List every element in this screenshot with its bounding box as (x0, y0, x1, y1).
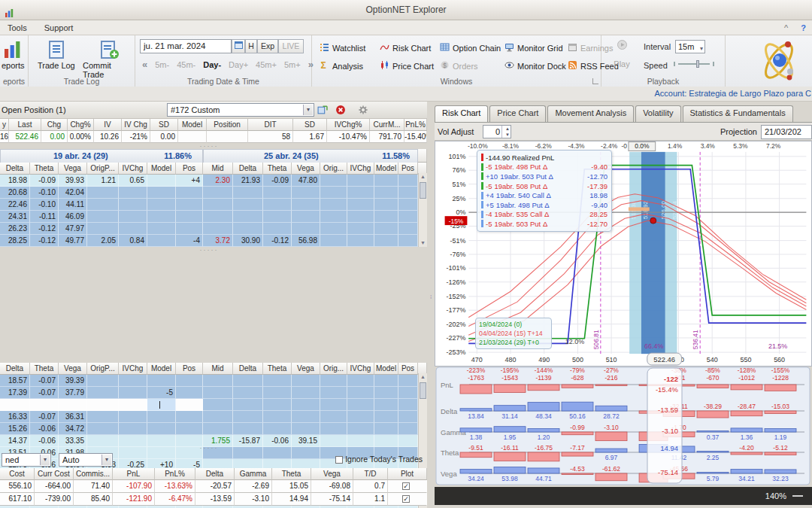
window-button-price-chart[interactable]: Price Chart (380, 58, 440, 74)
tab-risk-chart[interactable]: Risk Chart (435, 105, 488, 122)
column-header[interactable]: OrigP... (87, 363, 119, 375)
play-button[interactable]: Play (612, 40, 632, 68)
column-header[interactable]: DIT (248, 119, 293, 131)
hours-button[interactable]: H (245, 39, 257, 53)
tab-movement-analysis[interactable]: Movement Analysis (547, 105, 634, 122)
column-header[interactable]: IVChg (119, 363, 147, 375)
option-row[interactable]: 24.31-0.1146.09 (0, 211, 427, 223)
splitter-handle[interactable]: ····· (0, 248, 418, 254)
option-row[interactable]: 17.39-0.0737.79-5 (0, 387, 427, 399)
prev-step-icon[interactable]: « (142, 59, 147, 70)
step-button-45m-[interactable]: 45m- (177, 60, 195, 69)
option-row[interactable]: 18.98-0.0939.931.210.65+42.3021.93-0.094… (0, 175, 427, 187)
column-header[interactable]: Vega (59, 163, 87, 175)
window-button-watchlist[interactable]: Watchlist (320, 40, 380, 56)
reports-button[interactable]: eports (2, 40, 25, 70)
column-header[interactable]: CurrM... (370, 119, 404, 131)
vol-adjust-spinner[interactable]: 0▲▼ (483, 125, 511, 138)
column-header[interactable]: Theta (263, 163, 292, 175)
column-header[interactable]: Model (374, 363, 398, 375)
column-header[interactable]: Vega (292, 363, 320, 375)
option-row[interactable]: 20.68-0.1042.04 (0, 187, 427, 199)
window-button-risk-chart[interactable]: Risk Chart (380, 40, 440, 56)
interval-select[interactable]: 15m▾ (675, 40, 705, 53)
option-row[interactable]: 18.57-0.0739.39 (0, 375, 427, 387)
column-header[interactable]: Pos (398, 163, 418, 175)
column-header[interactable]: Model (147, 363, 176, 375)
settings-gear-icon[interactable] (358, 105, 368, 115)
column-header[interactable]: Chg (41, 119, 68, 131)
column-header[interactable]: SD (150, 119, 178, 131)
tab-statistics-fundamentals[interactable]: Statistics & Fundamentals (683, 105, 793, 122)
column-header[interactable]: Pos (176, 163, 203, 175)
column-header[interactable]: Vega (311, 468, 353, 480)
window-button-orders[interactable]: $Orders (440, 58, 504, 74)
step-button-5m-[interactable]: 5m- (155, 60, 169, 69)
column-header[interactable]: IVChg% (327, 119, 370, 131)
option-row[interactable]: 26.23-0.1247.97 (0, 223, 427, 235)
vertical-scrollbar[interactable]: ▲▼ (418, 173, 427, 247)
column-header[interactable]: Delta (195, 468, 235, 480)
column-header[interactable]: OrigP... (87, 163, 119, 175)
column-header[interactable]: Curr Cost (35, 468, 74, 480)
window-button-monitor-dock[interactable]: Monitor Dock (504, 58, 568, 74)
column-header[interactable]: Delta (0, 363, 30, 375)
column-header[interactable]: T/D (353, 468, 388, 480)
option-row[interactable]: 22.46-0.1044.11 (0, 199, 427, 211)
window-button-option-chain[interactable]: Option Chain (440, 40, 504, 56)
speed-slider[interactable] (674, 59, 717, 69)
column-header[interactable]: Vega (292, 163, 320, 175)
column-header[interactable]: Theta (30, 363, 59, 375)
plot-checkbox[interactable]: ✓ (402, 482, 410, 490)
column-header[interactable]: Cost (0, 468, 35, 480)
column-header[interactable]: Theta (263, 363, 292, 375)
expiry-right[interactable]: 25 abr. 24 (35)11.58% (203, 149, 418, 163)
close-position-icon[interactable] (335, 105, 346, 115)
column-header[interactable]: Mid (203, 163, 233, 175)
position-selector[interactable]: #172 Custom▾ (167, 103, 314, 117)
exp-button[interactable]: Exp (257, 39, 278, 53)
option-row[interactable]: 15.26-0.0634.72 (0, 423, 427, 435)
column-header[interactable]: Orig... (320, 363, 347, 375)
ribbon-collapse-icon[interactable]: ^ (784, 20, 788, 35)
column-header[interactable]: Gamma (235, 468, 272, 480)
column-header[interactable]: Plot (388, 468, 427, 480)
column-header[interactable]: Last (9, 119, 41, 131)
option-row[interactable]: 16.33-0.0736.31 (0, 411, 427, 423)
column-header[interactable]: PnL% (404, 119, 427, 131)
column-header[interactable]: IVChg (119, 163, 147, 175)
menu-tools[interactable]: Tools (0, 20, 35, 35)
column-header[interactable]: Chg% (68, 119, 94, 131)
commit-trade-button[interactable]: Commit Trade (83, 40, 135, 79)
step-button-Day+[interactable]: Day+ (229, 60, 248, 69)
column-header[interactable]: Theta (272, 468, 311, 480)
column-header[interactable]: Vega (59, 363, 87, 375)
calendar-button[interactable] (232, 39, 245, 53)
view-mode-select[interactable]: ned▾ (2, 453, 51, 467)
plot-checkbox[interactable]: ✓ (402, 495, 410, 503)
projection-date-input[interactable]: 21/03/202 (761, 125, 812, 139)
column-header[interactable]: Orig... (320, 163, 347, 175)
tab-volatility[interactable]: Volatility (635, 105, 680, 122)
trading-date-input[interactable]: ju. 21 mar. 2024 (140, 39, 232, 53)
auto-select[interactable]: Auto▾ (59, 453, 113, 467)
trade-log-button[interactable]: Trade Log (38, 40, 75, 70)
step-button-Day-[interactable]: Day- (203, 60, 221, 69)
column-header[interactable]: PnL% (155, 468, 195, 480)
column-header[interactable]: Model (374, 163, 398, 175)
panel-splitter[interactable]: ⁞ (427, 102, 435, 508)
option-row[interactable]: 28.25-0.1249.772.050.84-43.7230.90-0.125… (0, 235, 427, 247)
column-header[interactable]: Mid (203, 363, 233, 375)
help-icon[interactable]: ? (801, 20, 806, 35)
column-header[interactable]: y (0, 119, 9, 131)
window-button-monitor-grid[interactable]: Monitor Grid (504, 40, 568, 56)
step-button-45m+[interactable]: 45m+ (256, 60, 277, 69)
window-button-analysis[interactable]: ΣAnalysis (320, 58, 380, 74)
zoom-slider[interactable] (792, 495, 803, 497)
ignore-trades-checkbox[interactable]: Ignore Today's Trades (335, 455, 423, 464)
column-header[interactable]: Model (147, 163, 176, 175)
column-header[interactable]: IV Chg (122, 119, 150, 131)
column-header[interactable]: Theta (30, 163, 59, 175)
step-button-5m+[interactable]: 5m+ (284, 60, 301, 69)
column-header[interactable]: Position (207, 119, 248, 131)
